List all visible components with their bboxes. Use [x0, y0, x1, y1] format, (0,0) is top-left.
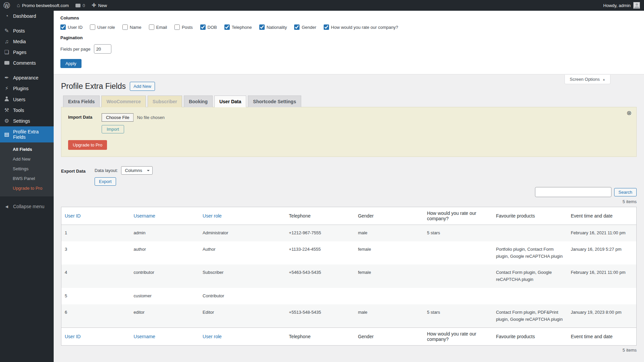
sidebar-item-label: Media: [13, 39, 26, 44]
cell-user-role: Editor: [199, 304, 285, 328]
new-content-button[interactable]: ✚ New: [88, 0, 110, 11]
columns-heading: Columns: [60, 15, 637, 20]
checkbox-label: DOB: [208, 25, 217, 30]
sidebar-item-label: Plugins: [13, 86, 29, 91]
column-toggle-name[interactable]: Name: [122, 24, 142, 30]
data-layout-select[interactable]: Columns: [121, 166, 153, 175]
sidebar-item-label: Pages: [13, 50, 26, 55]
column-header-user-id[interactable]: User ID: [61, 207, 130, 225]
tools-icon: ⚒: [3, 108, 10, 113]
sidebar-item-plugins[interactable]: ⚡ Plugins: [0, 83, 54, 94]
page-title: Profile Extra Fields: [61, 82, 126, 91]
checkbox[interactable]: [259, 24, 265, 30]
checkbox[interactable]: [90, 24, 95, 30]
collapse-menu-button[interactable]: ◀ Collapse menu: [0, 201, 54, 212]
user-data-table: User IDUsernameUser roleTelephoneGenderH…: [61, 207, 637, 346]
howdy-text: Howdy, admin: [603, 3, 631, 8]
sidebar-item-comments[interactable]: Comments: [0, 58, 54, 68]
search-button[interactable]: Search: [614, 188, 637, 196]
cell-favourite-products: Portfolio plugin, Contact Form plugin, G…: [493, 241, 568, 265]
column-toggle-telephone[interactable]: Telephone: [224, 24, 252, 30]
cell-user-role: Contributor: [199, 288, 285, 304]
choose-file-button[interactable]: Choose File: [102, 113, 133, 122]
table-row: 4contributorSubscriber+5463-543-5435fema…: [61, 264, 637, 288]
sidebar-item-media[interactable]: ♫ Media: [0, 36, 54, 47]
checkbox[interactable]: [122, 24, 128, 30]
submenu-settings[interactable]: Settings: [0, 164, 54, 174]
sidebar-item-appearance[interactable]: ✒ Appearance: [0, 72, 54, 83]
column-header-event-time-and-date: Event time and date: [568, 328, 637, 346]
column-toggle-dob[interactable]: DOB: [200, 24, 217, 30]
cell-telephone: +1212-967-7555: [285, 225, 355, 241]
cell-how-would-you-rate-our-company: [424, 288, 493, 304]
search-input[interactable]: [535, 187, 611, 197]
submenu-bws-panel[interactable]: BWS Panel: [0, 174, 54, 183]
column-toggle-how-would-you-rate-our-company[interactable]: How would you rate our company?: [324, 24, 398, 30]
profile-extra-fields-icon: ▤: [3, 132, 10, 137]
admin-bar: Ⓦ ⌂ Promo bestwebsoft.com 0 ✚ New Howdy,…: [0, 0, 644, 11]
column-toggle-gender[interactable]: Gender: [294, 24, 316, 30]
cell-favourite-products: [493, 288, 568, 304]
add-new-button[interactable]: Add New: [130, 82, 155, 91]
import-button[interactable]: Import: [102, 125, 124, 133]
apply-button[interactable]: Apply: [60, 59, 82, 68]
column-header-user-role[interactable]: User role: [199, 207, 285, 225]
checkbox[interactable]: [324, 24, 329, 30]
column-header-username[interactable]: Username: [130, 207, 199, 225]
sidebar-item-dashboard[interactable]: ◔ Dashboard: [0, 11, 54, 21]
comments-shortcut[interactable]: 0: [72, 0, 88, 11]
column-header-user-role[interactable]: User role: [199, 328, 285, 346]
fields-per-page-input[interactable]: [94, 44, 111, 54]
sidebar-item-settings[interactable]: ⚙ Settings: [0, 116, 54, 126]
appearance-icon: ✒: [3, 75, 10, 80]
comments-count: 0: [83, 3, 85, 8]
submenu-all-fields[interactable]: All Fields: [0, 144, 54, 154]
sidebar-item-posts[interactable]: ✎ Posts: [0, 25, 54, 36]
submenu-upgrade-to-pro[interactable]: Upgrade to Pro: [0, 183, 54, 193]
column-header-user-id[interactable]: User ID: [61, 328, 130, 346]
column-header-favourite-products: Favourite products: [493, 207, 568, 225]
sidebar-item-profile-extra-fields[interactable]: ▤ Profile Extra Fields: [0, 126, 54, 142]
account-menu[interactable]: Howdy, admin: [599, 0, 644, 11]
column-header-gender: Gender: [355, 328, 424, 346]
dismiss-icon[interactable]: ⊗: [627, 110, 632, 116]
screen-options-toggle[interactable]: Screen Options ▲: [565, 75, 610, 84]
site-link[interactable]: ⌂ Promo bestwebsoft.com: [13, 0, 72, 11]
tab-user-data[interactable]: User Data: [214, 96, 246, 107]
column-toggle-user-role[interactable]: User role: [90, 24, 115, 30]
checkbox[interactable]: [294, 24, 300, 30]
cell-favourite-products: Contact Form plugin, Google reCAPTCHA pl…: [493, 264, 568, 288]
export-button[interactable]: Export: [95, 177, 116, 186]
chevron-up-icon: ▲: [602, 78, 605, 81]
checkbox[interactable]: [149, 24, 154, 30]
column-toggle-email[interactable]: Email: [149, 24, 167, 30]
columns-checkbox-row: User IDUser roleNameEmailPostsDOBTelepho…: [60, 24, 637, 30]
cell-how-would-you-rate-our-company: [424, 241, 493, 265]
wordpress-menu-button[interactable]: Ⓦ: [0, 0, 13, 11]
sidebar-item-users[interactable]: Users: [0, 94, 54, 105]
checkbox[interactable]: [200, 24, 206, 30]
sidebar-item-tools[interactable]: ⚒ Tools: [0, 105, 54, 116]
upgrade-to-pro-button[interactable]: Upgrade to Pro: [68, 140, 107, 150]
column-header-event-time-and-date: Event time and date: [568, 207, 637, 225]
column-toggle-nationality[interactable]: Nationality: [259, 24, 287, 30]
tab-booking[interactable]: Booking: [184, 96, 213, 107]
checkbox[interactable]: [224, 24, 230, 30]
column-header-how-would-you-rate-our-company: How would you rate our company?: [424, 328, 493, 346]
cell-favourite-products: [493, 225, 568, 241]
export-data-label: Export Data: [61, 167, 95, 174]
column-toggle-posts[interactable]: Posts: [174, 24, 193, 30]
cell-user-id: 4: [61, 264, 130, 288]
cell-event-time-and-date: January 16, 2019 5:27 pm: [568, 241, 637, 265]
checkbox[interactable]: [174, 24, 180, 30]
cell-telephone: +1133-224-4555: [285, 241, 355, 265]
sidebar-item-pages[interactable]: ❏ Pages: [0, 47, 54, 58]
checkbox[interactable]: [60, 24, 66, 30]
new-label: New: [98, 3, 107, 8]
column-toggle-user-id[interactable]: User ID: [60, 24, 83, 30]
tab-shortcode-settings[interactable]: Shortcode Settings: [248, 96, 301, 107]
items-count-bottom: 5 items: [61, 348, 637, 353]
submenu-add-new[interactable]: Add New: [0, 154, 54, 164]
tab-extra-fields[interactable]: Extra Fields: [63, 96, 100, 107]
column-header-username[interactable]: Username: [130, 328, 199, 346]
